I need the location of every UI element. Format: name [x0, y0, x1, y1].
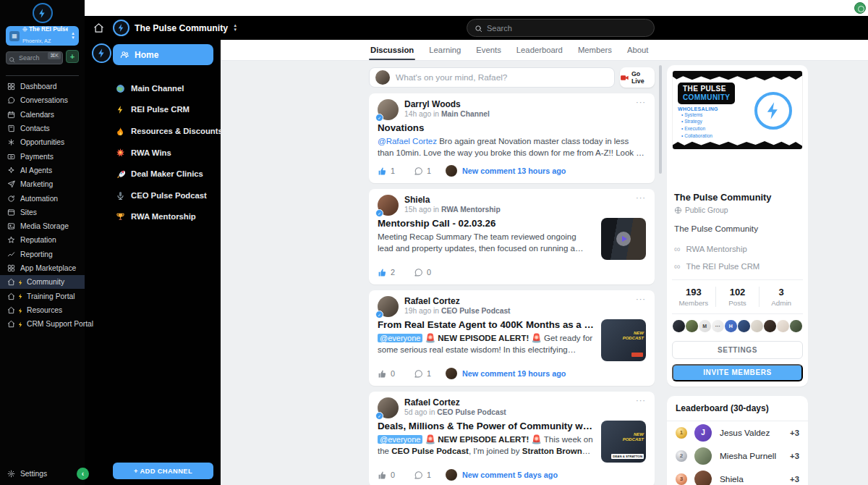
member-avatar[interactable]: [764, 320, 776, 332]
comment-button[interactable]: 1: [414, 164, 431, 177]
leaderboard-row[interactable]: 2 Miesha Purnell +3: [667, 444, 808, 468]
everyone-mention[interactable]: @everyone: [378, 334, 422, 342]
member-avatar[interactable]: H: [725, 320, 737, 332]
linked-community-rwa-mentorship[interactable]: ∞RWA Mentorship: [674, 245, 801, 253]
sidebar-item-dashboard[interactable]: Dashboard: [0, 80, 85, 93]
post-composer[interactable]: What's on your mind, Rafael?: [369, 67, 615, 88]
new-comment-link[interactable]: New comment 5 days ago: [446, 469, 558, 481]
post-author[interactable]: Shiela: [404, 195, 636, 206]
member-avatar[interactable]: [738, 320, 750, 332]
member-avatar[interactable]: [673, 320, 685, 332]
post-channel[interactable]: CEO Pulse Podcast: [441, 307, 511, 315]
like-button[interactable]: 0: [378, 468, 395, 481]
invite-members-button[interactable]: INVITE MEMBERS: [672, 364, 803, 381]
member-avatar[interactable]: [751, 320, 763, 332]
post-author[interactable]: Rafael Cortez: [404, 397, 636, 408]
post-menu-icon[interactable]: ···: [636, 397, 646, 404]
sidebar-collapse-button[interactable]: ‹: [77, 468, 89, 480]
sidebar-item-contacts[interactable]: Contacts: [0, 122, 85, 135]
sidebar-item-training-portal[interactable]: Training Portal: [0, 289, 85, 303]
settings-button[interactable]: Settings: [0, 462, 85, 485]
leaderboard-row[interactable]: 3 Shiela +3: [667, 468, 808, 485]
comment-button[interactable]: 1: [414, 468, 431, 481]
tab-learning[interactable]: Learning: [429, 40, 461, 60]
post-media-thumbnail[interactable]: NEW PODCASTDEAN & STRATTON: [601, 421, 646, 463]
new-comment-link[interactable]: New comment 13 hours ago: [446, 165, 566, 177]
tab-about[interactable]: About: [627, 40, 649, 60]
sidebar-item-conversations[interactable]: Conversations: [0, 93, 85, 107]
post-menu-icon[interactable]: ···: [636, 195, 646, 201]
post-title[interactable]: From Real Estate Agent to 400K Months as…: [378, 319, 594, 330]
community-search-input[interactable]: [487, 24, 647, 33]
add-channel-button[interactable]: + ADD CHANNEL: [113, 463, 213, 479]
post-channel[interactable]: CEO Pulse Podcast: [437, 408, 506, 416]
avatar[interactable]: ✓: [378, 397, 399, 418]
post-title[interactable]: Deals, Millions & The Power of Community…: [378, 421, 594, 431]
comment-button[interactable]: 1: [414, 367, 431, 380]
member-avatar[interactable]: M: [699, 320, 711, 332]
channel-item-rwa-wins[interactable]: RWA Wins: [113, 142, 213, 164]
sidebar-item-app-marketplace[interactable]: App Marketplace: [0, 261, 85, 275]
tab-discussion[interactable]: Discussion: [370, 40, 414, 60]
post-author[interactable]: Darryl Woods: [404, 99, 636, 110]
sidebar-item-ai-agents[interactable]: AI Agents: [0, 164, 85, 177]
community-switcher[interactable]: The Pulse Community ▲▼: [113, 20, 237, 36]
home-icon[interactable]: [93, 22, 104, 33]
member-avatar[interactable]: [777, 320, 789, 332]
tab-leaderboard[interactable]: Leaderboard: [516, 40, 563, 60]
sidebar-item-media-storage[interactable]: Media Storage: [0, 219, 85, 233]
like-button[interactable]: 1: [378, 164, 395, 177]
channel-item-rwa-mentorship[interactable]: RWA Mentorship: [113, 206, 213, 228]
post-media-thumbnail[interactable]: NEW PODCAST: [601, 319, 646, 361]
channel-item-ceo-pulse-podcast[interactable]: CEO Pulse Podcast: [113, 185, 213, 206]
post-title[interactable]: Mentorship Call - 02.03.26: [378, 218, 594, 229]
mention-link[interactable]: @Rafael Cortez: [378, 137, 437, 146]
member-avatar[interactable]: ···: [712, 320, 724, 332]
sidebar-item-sites[interactable]: Sites: [0, 206, 85, 219]
quick-add-button[interactable]: +: [66, 50, 79, 63]
user-avatar[interactable]: [854, 2, 866, 14]
sidebar-item-crm-support-portal[interactable]: CRM Support Portal: [0, 317, 85, 331]
sidebar-item-payments[interactable]: Payments: [0, 149, 85, 163]
community-icon[interactable]: [92, 43, 111, 63]
sidebar-item-reputation[interactable]: Reputation: [0, 233, 85, 247]
post-menu-icon[interactable]: ···: [636, 99, 646, 106]
sidebar-item-reporting[interactable]: Reporting: [0, 248, 85, 261]
like-button[interactable]: 0: [378, 367, 395, 380]
post-channel[interactable]: RWA Mentorship: [441, 206, 501, 214]
settings-button[interactable]: SETTINGS: [672, 341, 803, 359]
sidebar-item-resources[interactable]: Resources: [0, 303, 85, 317]
sidebar-item-marketing[interactable]: Marketing: [0, 177, 85, 191]
new-comment-link[interactable]: New comment 19 hours ago: [446, 368, 566, 379]
channel-item-main-channel[interactable]: Main Channel: [113, 77, 213, 99]
post-media-thumbnail[interactable]: [601, 218, 646, 260]
member-avatar[interactable]: [790, 320, 802, 332]
sidebar-item-automation[interactable]: Automation: [0, 191, 85, 205]
channel-home[interactable]: Home: [113, 44, 213, 65]
post-author[interactable]: Rafael Cortez: [404, 296, 636, 307]
channel-item-rei-pulse-crm[interactable]: REI Pulse CRM: [113, 99, 213, 121]
account-switcher[interactable]: ▦ The REI Pulse CR... Phoenix, AZ ▲▼: [6, 26, 79, 46]
channel-item-deal-maker-clinics[interactable]: Deal Maker Clinics: [113, 163, 213, 185]
scrollbar[interactable]: [659, 65, 662, 174]
avatar[interactable]: ✓: [378, 296, 399, 317]
avatar[interactable]: ✓: [378, 99, 399, 120]
sidebar-item-calendars[interactable]: Calendars: [0, 108, 85, 122]
like-button[interactable]: 2: [378, 266, 395, 279]
leaderboard-row[interactable]: 1 J Jesus Valdez +3: [667, 421, 808, 444]
avatar[interactable]: ✓: [378, 195, 399, 216]
comment-button[interactable]: 0: [414, 266, 431, 279]
channel-item-resources-discounts[interactable]: Resources & Discounts: [113, 120, 213, 142]
linked-community-the-rei-pulse-crm[interactable]: ∞The REI Pulse CRM: [674, 262, 801, 271]
post-menu-icon[interactable]: ···: [636, 296, 646, 303]
community-search[interactable]: [467, 19, 655, 37]
tab-members[interactable]: Members: [578, 40, 612, 60]
member-avatar[interactable]: [686, 320, 698, 332]
sidebar-item-opportunities[interactable]: Opportunities: [0, 135, 85, 149]
everyone-mention[interactable]: @everyone: [378, 435, 422, 444]
post-title[interactable]: Novations: [378, 122, 646, 133]
tab-events[interactable]: Events: [476, 40, 501, 60]
go-live-button[interactable]: Go Live: [620, 67, 655, 88]
sidebar-item-community[interactable]: Community: [0, 275, 85, 289]
post-channel[interactable]: Main Channel: [441, 110, 490, 118]
